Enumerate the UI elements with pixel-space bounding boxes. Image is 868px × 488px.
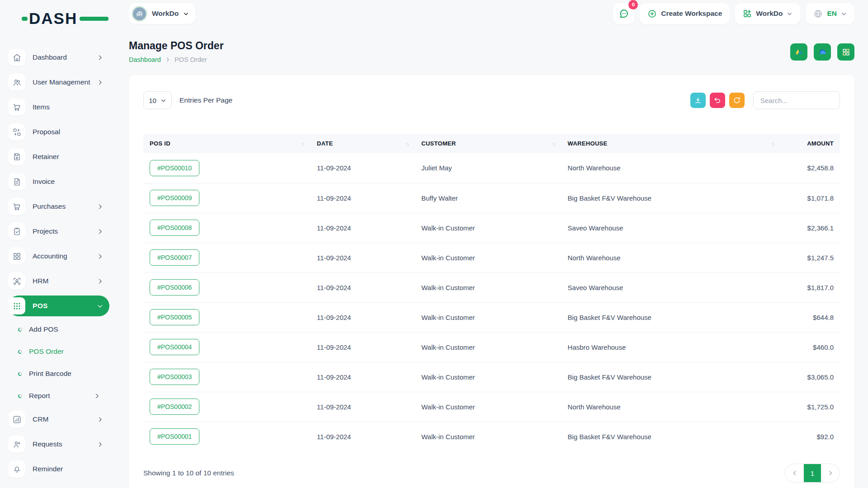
logo-accent-dot [22,17,28,21]
sidebar-item-accounting[interactable]: Accounting [8,246,109,267]
floppy-icon [8,148,25,165]
chevron-right-icon [97,441,104,448]
cell-warehouse: Big Basket F&V Warehouse [561,422,781,451]
col-header-date[interactable]: DATE↑↓ [311,134,415,153]
pos-id-badge[interactable]: #POS00002 [150,399,199,415]
cell-amount: $644.8 [781,302,840,332]
cell-date: 11-09-2024 [311,213,415,243]
sidebar: DASH DashboardUser ManagementItemsPropos… [0,0,118,488]
dash-logo[interactable]: DASH [29,9,90,28]
sidebar-item-invoice[interactable]: Invoice [8,171,109,192]
sidebar-item-label: Proposal [33,128,109,136]
cell-pos-id: #POS00002 [143,392,311,422]
undo-button[interactable] [710,93,725,108]
chevron-right-icon [97,253,104,260]
sort-icon[interactable]: ↑↓ [406,141,409,146]
sidebar-item-crm[interactable]: CRM [8,409,109,430]
chevron-right-icon [97,54,104,61]
col-header-customer[interactable]: CUSTOMER↑↓ [415,134,561,153]
breadcrumb-dashboard-link[interactable]: Dashboard [129,56,161,63]
sidebar-item-user-management[interactable]: User Management [8,72,109,93]
sidebar-item-label: Items [33,103,109,111]
cell-customer: Walk-in Customer [415,392,561,422]
sidebar-item-dashboard[interactable]: Dashboard [8,47,109,68]
cell-amount: $2,366.1 [781,213,840,243]
sidebar-item-items[interactable]: Items [8,97,109,117]
search-input[interactable] [753,91,840,109]
sidebar-subitem-add-pos[interactable]: Add POS [18,321,109,338]
onedrive-button[interactable] [814,43,831,61]
cell-amount: $92.0 [781,422,840,451]
chevron-right-icon [97,228,104,235]
google-drive-button[interactable] [790,43,807,61]
document-icon [8,173,25,190]
pos-id-badge[interactable]: #POS00001 [150,428,199,445]
cell-customer: Walk-in Customer [415,302,561,332]
table-header-row: POS ID↑↓DATE↑↓CUSTOMER↑↓WAREHOUSE↑↓AMOUN… [143,134,840,153]
pos-id-badge[interactable]: #POS00010 [150,160,199,176]
sidebar-item-proposal[interactable]: Proposal [8,122,109,142]
language-label: EN [827,9,837,18]
sort-icon[interactable]: ↑↓ [301,141,304,146]
language-selector[interactable]: EN [806,3,854,24]
user-plus-icon [8,436,25,453]
current-page-button[interactable]: 1 [804,464,821,482]
sort-icon[interactable]: ↑↓ [771,141,774,146]
cell-customer: Walk-in Customer [415,213,561,243]
sidebar-subitem-report[interactable]: Report [18,387,109,404]
sidebar-subitem-label: Report [29,392,94,400]
previous-page-button[interactable] [785,464,804,482]
cell-pos-id: #POS00006 [143,272,311,302]
refresh-button[interactable] [729,93,745,108]
pos-id-badge[interactable]: #POS00007 [150,249,199,266]
chevron-down-icon [787,11,793,17]
cell-pos-id: #POS00004 [143,332,311,362]
next-page-button[interactable] [821,464,840,482]
sidebar-item-retainer[interactable]: Retainer [8,146,109,167]
sidebar-item-projects[interactable]: Projects [8,221,109,242]
chevron-right-icon [94,393,100,399]
sidebar-item-hrm[interactable]: HRM [8,271,109,291]
globe-icon [813,9,823,19]
cell-customer: Walk-in Customer [415,362,561,392]
cell-customer: Buffy Walter [415,183,561,213]
table-row: #POS00009 11-09-2024 Buffy Walter Big Ba… [143,183,840,213]
workspace-avatar [132,6,147,22]
col-header-label: WAREHOUSE [568,140,608,147]
topbar-actions: 0 Create Workspace WorkDo EN [613,3,854,24]
users-icon [8,74,25,91]
sort-icon[interactable]: ↑↓ [552,141,555,146]
sidebar-subitem-pos-order[interactable]: POS Order [18,343,109,360]
messages-button[interactable]: 0 [613,3,634,24]
sidebar-item-requests[interactable]: Requests [8,434,109,455]
sidebar-item-label: Reminder [33,465,109,473]
pos-id-badge[interactable]: #POS00003 [150,369,199,385]
breadcrumb-current: POS Order [175,56,207,63]
pos-id-badge[interactable]: #POS00004 [150,339,199,355]
sidebar-subitem-print-barcode[interactable]: Print Barcode [18,365,109,382]
pos-id-badge[interactable]: #POS00008 [150,220,199,236]
chat-icon [618,8,629,19]
sidebar-item-purchases[interactable]: Purchases [8,196,109,217]
col-header-label: CUSTOMER [421,140,456,147]
google-drive-icon [794,47,803,56]
col-header-label: POS ID [150,140,170,147]
plus-circle-icon [647,9,657,19]
sidebar-item-pos[interactable]: POS [8,296,109,316]
entries-per-page-select[interactable]: 10 [143,91,172,109]
pos-id-badge[interactable]: #POS00009 [150,190,199,206]
sidebar-item-reminder[interactable]: Reminder [8,459,109,479]
col-header-pos-id[interactable]: POS ID↑↓ [143,134,311,153]
pos-id-badge[interactable]: #POS00005 [150,309,199,325]
download-button[interactable] [690,93,706,108]
col-header-warehouse[interactable]: WAREHOUSE↑↓ [561,134,781,153]
app-grid-button[interactable] [837,43,854,61]
create-workspace-button[interactable]: Create Workspace [640,3,730,24]
pos-id-badge[interactable]: #POS00006 [150,279,199,296]
workspace-selector[interactable]: WorkDo [129,3,195,24]
cell-customer: Walk-in Customer [415,272,561,302]
workspace-menu-button[interactable]: WorkDo [735,3,800,24]
cart-icon [8,99,25,116]
col-header-amount[interactable]: AMOUNT [781,134,840,153]
swap-boxes-icon [8,123,25,141]
